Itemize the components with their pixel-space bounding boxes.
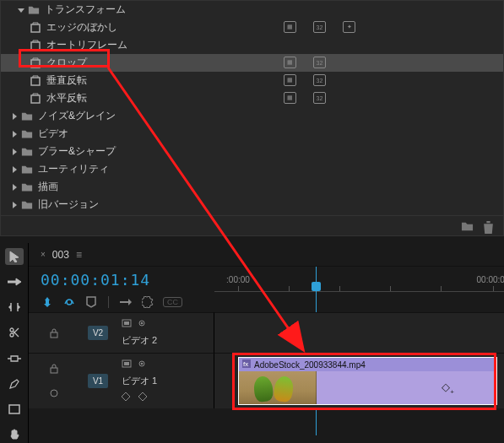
tab-menu-icon[interactable]: ≡ [76, 249, 82, 261]
svg-rect-23 [51, 368, 57, 373]
source-patch-icon[interactable] [122, 359, 132, 370]
effects-panel-footer [1, 215, 503, 235]
hand-tool-icon[interactable] [5, 426, 24, 443]
linked-selection-icon[interactable] [62, 295, 76, 309]
svg-text:fx: fx [243, 360, 248, 368]
pen-tool-icon[interactable] [5, 375, 24, 392]
folder-transform[interactable]: トランスフォーム [1, 1, 503, 19]
razor-tool-icon[interactable] [5, 324, 24, 341]
effect-item[interactable]: クロップ▦32 [1, 54, 503, 72]
effects-panel: トランスフォーム エッジのぼかし▦32✦オートリフレームクロップ▦32垂直反転▦… [0, 0, 504, 236]
effects-folder[interactable]: ユーティリティ [1, 160, 503, 178]
folder-icon [28, 4, 40, 16]
svg-marker-30 [138, 392, 147, 401]
svg-marker-8 [13, 149, 17, 155]
slip-tool-icon[interactable] [5, 350, 24, 367]
track-body-v2[interactable] [214, 312, 504, 353]
effects-folder[interactable]: ビデオ [1, 125, 503, 143]
accelerated-badge-icon: ▦ [284, 92, 296, 104]
snap-icon[interactable] [41, 295, 54, 309]
effect-item[interactable]: 水平反転▦32 [1, 89, 503, 107]
toggle-output-icon[interactable] [137, 319, 147, 329]
timeline-toolbar: CC [29, 292, 504, 312]
lock-icon[interactable] [49, 328, 59, 338]
disclose-down-icon[interactable] [16, 5, 26, 15]
svg-rect-3 [31, 60, 40, 68]
video-clip[interactable]: fx AdobeStock_200933844.mp4 ◇+ [238, 357, 497, 405]
track-target-v2[interactable]: V2 [88, 326, 108, 340]
effects-folder[interactable]: ノイズ&グレイン [1, 107, 503, 125]
effect-item[interactable]: オートリフレーム [1, 36, 503, 54]
svg-point-22 [141, 322, 144, 325]
track-select-tool-icon[interactable] [5, 273, 24, 290]
effect-label: 水平反転 [46, 91, 87, 105]
svg-marker-29 [122, 392, 130, 401]
folder-label: 描画 [38, 180, 58, 194]
lock-icon[interactable] [49, 364, 59, 374]
fx-badge-icon: fx [242, 359, 251, 370]
preset-icon [30, 40, 41, 51]
new-bin-icon[interactable] [461, 220, 474, 232]
rectangle-tool-icon[interactable] [5, 401, 24, 418]
toggle-output-icon[interactable] [137, 359, 147, 370]
svg-rect-4 [31, 78, 40, 85]
folder-icon [21, 199, 33, 211]
timecode-display[interactable]: 00:00:01:14 [41, 271, 150, 289]
disclose-right-icon[interactable] [9, 129, 19, 139]
effects-folder[interactable]: 時間 [1, 213, 503, 215]
svg-marker-0 [18, 8, 24, 13]
folder-icon [21, 111, 33, 122]
disclose-right-icon[interactable] [9, 200, 19, 210]
effects-tree: トランスフォーム エッジのぼかし▦32✦オートリフレームクロップ▦32垂直反転▦… [1, 1, 503, 215]
captions-badge[interactable]: CC [163, 297, 182, 307]
time-ruler[interactable]: :00:00 00:00:05 [214, 267, 504, 292]
sync-lock-icon[interactable] [49, 388, 59, 398]
folder-label: ブラー&シャープ [38, 144, 116, 159]
preset-icon [30, 75, 41, 87]
svg-point-28 [141, 363, 144, 365]
svg-rect-1 [31, 24, 40, 32]
track-body-v1[interactable]: fx AdobeStock_200933844.mp4 ◇+ [214, 353, 504, 408]
type-badge-icon: 32 [313, 21, 326, 33]
keyframe-icon[interactable] [138, 392, 149, 402]
disclose-right-icon[interactable] [9, 165, 19, 175]
insert-icon[interactable] [119, 295, 133, 309]
source-patch-icon[interactable] [122, 319, 132, 329]
svg-marker-10 [13, 184, 17, 191]
folder-icon [21, 164, 33, 176]
svg-marker-6 [13, 113, 17, 120]
ruler-tick-start: :00:00 [226, 275, 250, 284]
ripple-edit-tool-icon[interactable] [5, 299, 24, 316]
effects-folder[interactable]: 描画 [1, 178, 503, 196]
effects-folder[interactable]: 旧バージョン [1, 196, 503, 213]
track-name-v1: ビデオ 1 [117, 375, 214, 387]
svg-rect-17 [9, 405, 19, 413]
add-marker-icon[interactable] [84, 295, 98, 309]
effect-item[interactable]: エッジのぼかし▦32✦ [1, 19, 503, 36]
preset-icon [30, 57, 41, 69]
effects-folder[interactable]: ブラー&シャープ [1, 143, 503, 160]
disclose-right-icon[interactable] [9, 111, 19, 122]
sequence-tab[interactable]: × 003 ≡ [29, 243, 504, 267]
disclose-right-icon[interactable] [9, 182, 19, 192]
settings-icon[interactable] [141, 295, 154, 309]
type-badge-icon: 32 [313, 74, 326, 86]
close-sequence-icon[interactable]: × [41, 250, 46, 259]
svg-rect-5 [31, 95, 40, 103]
effect-label: 垂直反転 [46, 73, 87, 88]
effect-item[interactable]: 垂直反転▦32 [1, 72, 503, 89]
extra-badge-icon: ✦ [343, 21, 355, 33]
folder-label: トランスフォーム [45, 3, 126, 17]
clip-filename: AdobeStock_200933844.mp4 [254, 360, 366, 370]
keyframe-icon[interactable] [122, 392, 132, 402]
disclose-right-icon[interactable] [9, 147, 19, 157]
track-header-v2: V2 ビデオ 2 [29, 312, 214, 353]
delete-icon[interactable] [482, 220, 495, 232]
selection-tool-icon[interactable] [5, 248, 24, 265]
accelerated-badge-icon: ▦ [284, 57, 296, 68]
ruler-tick-end: 00:00:05 [477, 275, 504, 284]
effect-label: オートリフレーム [46, 38, 127, 52]
track-target-v1[interactable]: V1 [88, 374, 108, 388]
sequence-name: 003 [52, 249, 69, 261]
preset-icon [30, 93, 41, 105]
